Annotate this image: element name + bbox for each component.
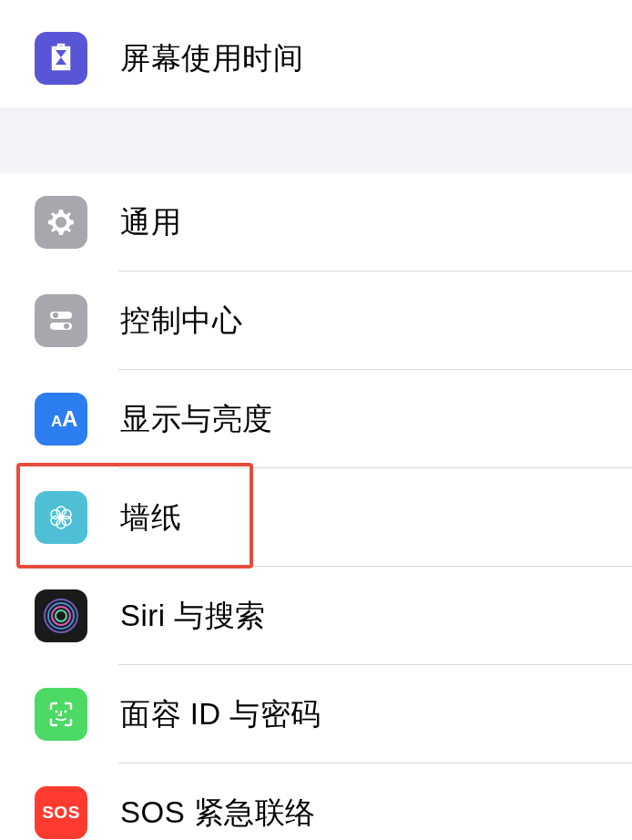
settings-row-wallpaper[interactable]: 墙纸 xyxy=(0,468,632,567)
settings-row-siri[interactable]: Siri 与搜索 xyxy=(0,567,632,665)
toggles-icon xyxy=(35,294,87,347)
settings-row-general[interactable]: 通用 xyxy=(0,173,632,271)
settings-row-faceid[interactable]: 面容 ID 与密码 xyxy=(0,665,632,763)
gear-icon xyxy=(35,196,87,249)
settings-row-screentime[interactable]: 屏幕使用时间 xyxy=(0,9,632,108)
settings-label-screentime: 屏幕使用时间 xyxy=(120,38,303,79)
settings-label-display: 显示与亮度 xyxy=(120,399,273,440)
svg-point-1 xyxy=(56,217,66,228)
settings-label-faceid: 面容 ID 与密码 xyxy=(120,694,321,735)
text-size-icon: A A xyxy=(35,393,87,446)
sos-icon: SOS xyxy=(35,786,87,839)
svg-point-5 xyxy=(64,323,69,329)
settings-row-display[interactable]: A A 显示与亮度 xyxy=(0,370,632,468)
settings-label-control-center: 控制中心 xyxy=(120,301,242,342)
settings-label-general: 通用 xyxy=(120,202,181,243)
settings-section-1: 屏幕使用时间 xyxy=(0,0,632,108)
settings-row-sos[interactable]: SOS SOS 紧急联络 xyxy=(0,763,632,840)
settings-label-sos: SOS 紧急联络 xyxy=(120,793,316,834)
svg-text:A: A xyxy=(62,406,77,431)
svg-point-15 xyxy=(45,599,77,632)
settings-row-control-center[interactable]: 控制中心 xyxy=(0,271,632,370)
settings-label-siri: Siri 与搜索 xyxy=(120,596,266,637)
svg-point-20 xyxy=(65,711,67,713)
settings-section-2: 通用 控制中心 A A 显示与亮度 xyxy=(0,173,632,840)
svg-point-18 xyxy=(56,610,66,621)
sos-icon-text: SOS xyxy=(42,803,80,823)
svg-point-19 xyxy=(56,711,58,713)
screentime-icon xyxy=(35,32,87,85)
svg-point-3 xyxy=(53,312,58,318)
settings-label-wallpaper: 墙纸 xyxy=(120,497,181,538)
flower-icon xyxy=(35,491,87,544)
siri-icon xyxy=(35,589,87,642)
section-divider xyxy=(0,108,632,173)
svg-point-14 xyxy=(58,515,64,520)
svg-text:A: A xyxy=(51,413,62,430)
faceid-icon xyxy=(35,688,87,741)
